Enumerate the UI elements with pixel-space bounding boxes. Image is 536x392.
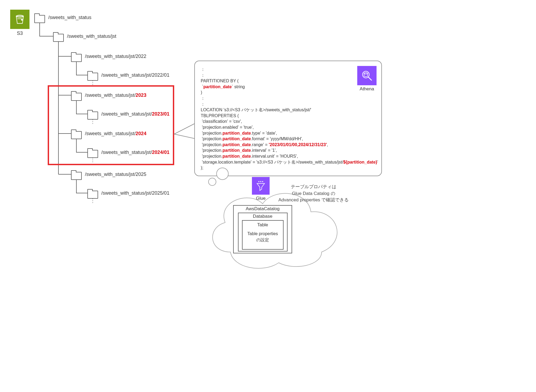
catalog-box: AwsDataCatalog Database Table Table prop… bbox=[233, 205, 292, 253]
athena-sql-card: ： ： PARTITIONED BY ( `partition_date` st… bbox=[194, 61, 382, 176]
athena-label: Athena bbox=[357, 86, 377, 92]
table-props-label-1: Table properties bbox=[244, 231, 282, 237]
svg-line-6 bbox=[368, 77, 372, 80]
folder-label-2022-01: /sweets_with_status/jst/2022/01 bbox=[101, 72, 169, 78]
folder-icon bbox=[34, 15, 45, 23]
catalog-label: AwsDataCatalog bbox=[234, 206, 292, 212]
glue-label: Glue bbox=[252, 196, 270, 201]
s3-label: S3 bbox=[10, 31, 29, 36]
callout-tail bbox=[166, 118, 198, 150]
folder-root: /sweets_with_status bbox=[34, 13, 91, 21]
folder-label-2024-01: /sweets_with_status/jst/2024/01 bbox=[101, 150, 169, 155]
folder-icon bbox=[87, 112, 98, 120]
folder-2022: /sweets_with_status/jst/2022 bbox=[71, 52, 146, 60]
folder-2023-01: /sweets_with_status/jst/2023/01 bbox=[87, 110, 169, 118]
glue-service-icon: Glue bbox=[252, 177, 270, 201]
s3-service-icon: S3 bbox=[10, 10, 29, 36]
folder-label-2025-01: /sweets_with_status/jst/2025/01 bbox=[101, 190, 169, 196]
folder-jst: /sweets_with_status/jst bbox=[53, 32, 116, 40]
folder-2024: /sweets_with_status/jst/2024 bbox=[71, 130, 146, 138]
folder-icon bbox=[71, 172, 82, 180]
svg-point-1 bbox=[21, 19, 23, 21]
folder-label-2023-01: /sweets_with_status/jst/2023/01 bbox=[101, 111, 169, 117]
folder-label-jst: /sweets_with_status/jst bbox=[67, 34, 116, 39]
folder-2025: /sweets_with_status/jst/2025 bbox=[71, 170, 146, 178]
folder-2022-01: /sweets_with_status/jst/2022/01 bbox=[87, 71, 169, 79]
database-box: Database Table Table properties の設定 bbox=[238, 213, 288, 252]
folder-label-2023: /sweets_with_status/jst/2023 bbox=[85, 93, 146, 98]
database-label: Database bbox=[239, 213, 287, 220]
sql-code-block: ： ： PARTITIONED BY ( `partition_date` st… bbox=[201, 66, 375, 171]
magnify-db-icon bbox=[361, 69, 373, 82]
folder-label-root: /sweets_with_status bbox=[48, 15, 91, 20]
folder-2025-01: /sweets_with_status/jst/2025/01 bbox=[87, 189, 169, 197]
svg-rect-10 bbox=[260, 181, 261, 182]
table-label: Table bbox=[244, 222, 282, 228]
bucket-icon bbox=[14, 13, 26, 25]
folder-icon bbox=[53, 34, 64, 42]
folder-icon bbox=[71, 131, 82, 139]
folder-2023: /sweets_with_status/jst/2023 bbox=[71, 91, 146, 99]
folder-icon bbox=[71, 93, 82, 101]
folder-label-2024: /sweets_with_status/jst/2024 bbox=[85, 131, 146, 136]
svg-point-5 bbox=[364, 73, 367, 74]
glue-icon bbox=[252, 177, 270, 195]
folder-icon bbox=[87, 73, 98, 81]
athena-service-icon: Athena bbox=[357, 66, 377, 92]
folder-2024-01: /sweets_with_status/jst/2024/01 bbox=[87, 148, 169, 156]
athena-icon bbox=[357, 66, 377, 85]
svg-rect-11 bbox=[262, 181, 263, 182]
funnel-icon bbox=[255, 180, 266, 191]
s3-icon bbox=[10, 10, 29, 29]
table-box: Table Table properties の設定 bbox=[242, 220, 284, 250]
glue-note: テーブルプロパティは Glue Data Catalog の Advanced … bbox=[276, 184, 351, 204]
folder-icon bbox=[87, 150, 98, 158]
svg-rect-9 bbox=[258, 181, 259, 182]
table-props-label-2: の設定 bbox=[244, 237, 282, 243]
folder-label-2025: /sweets_with_status/jst/2025 bbox=[85, 172, 146, 177]
folder-icon bbox=[87, 191, 98, 199]
folder-label-2022: /sweets_with_status/jst/2022 bbox=[85, 54, 146, 59]
folder-icon bbox=[71, 54, 82, 62]
diagram-canvas: S3 /sweets_with_status /sweets_with_stat… bbox=[5, 5, 531, 387]
